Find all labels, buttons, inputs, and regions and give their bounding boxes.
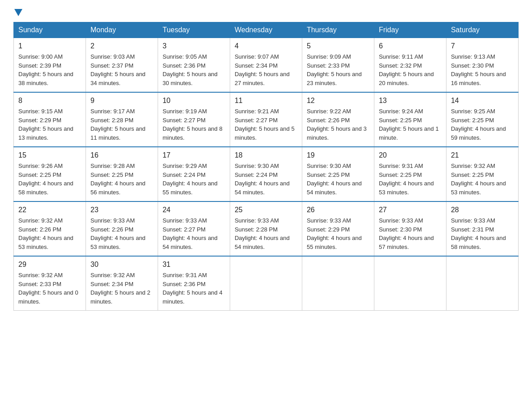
table-row: 20Sunrise: 9:31 AMSunset: 2:25 PMDayligh… bbox=[374, 147, 446, 201]
table-row: 11Sunrise: 9:21 AMSunset: 2:27 PMDayligh… bbox=[230, 92, 302, 147]
day-info: Sunrise: 9:13 AMSunset: 2:30 PMDaylight:… bbox=[451, 52, 514, 87]
table-row bbox=[302, 256, 374, 311]
table-row: 31Sunrise: 9:31 AMSunset: 2:36 PMDayligh… bbox=[158, 256, 230, 311]
day-number: 24 bbox=[163, 205, 225, 215]
day-info: Sunrise: 9:22 AMSunset: 2:26 PMDaylight:… bbox=[307, 107, 369, 142]
table-row: 26Sunrise: 9:33 AMSunset: 2:29 PMDayligh… bbox=[302, 201, 374, 256]
day-number: 4 bbox=[235, 41, 297, 51]
day-info: Sunrise: 9:32 AMSunset: 2:34 PMDaylight:… bbox=[90, 271, 153, 306]
day-number: 29 bbox=[18, 259, 81, 270]
table-row: 29Sunrise: 9:32 AMSunset: 2:33 PMDayligh… bbox=[14, 256, 86, 311]
day-number: 8 bbox=[18, 95, 81, 106]
day-info: Sunrise: 9:32 AMSunset: 2:26 PMDaylight:… bbox=[18, 216, 81, 251]
table-row: 19Sunrise: 9:30 AMSunset: 2:25 PMDayligh… bbox=[302, 147, 374, 201]
table-row: 12Sunrise: 9:22 AMSunset: 2:26 PMDayligh… bbox=[302, 92, 374, 147]
day-number: 6 bbox=[379, 41, 442, 51]
table-row: 24Sunrise: 9:33 AMSunset: 2:27 PMDayligh… bbox=[158, 201, 230, 256]
table-row: 28Sunrise: 9:33 AMSunset: 2:31 PMDayligh… bbox=[446, 201, 518, 256]
calendar-table: SundayMondayTuesdayWednesdayThursdayFrid… bbox=[13, 22, 519, 311]
table-row: 14Sunrise: 9:25 AMSunset: 2:25 PMDayligh… bbox=[446, 92, 518, 147]
day-header-saturday: Saturday bbox=[446, 22, 518, 38]
table-row: 15Sunrise: 9:26 AMSunset: 2:25 PMDayligh… bbox=[14, 147, 86, 201]
day-header-friday: Friday bbox=[374, 22, 446, 38]
calendar-week-row: 22Sunrise: 9:32 AMSunset: 2:26 PMDayligh… bbox=[14, 201, 519, 256]
day-info: Sunrise: 9:09 AMSunset: 2:33 PMDaylight:… bbox=[307, 52, 369, 87]
table-row bbox=[446, 256, 518, 311]
table-row: 5Sunrise: 9:09 AMSunset: 2:33 PMDaylight… bbox=[302, 38, 374, 93]
day-number: 22 bbox=[18, 205, 81, 215]
table-row: 17Sunrise: 9:29 AMSunset: 2:24 PMDayligh… bbox=[158, 147, 230, 201]
page-header bbox=[13, 9, 519, 17]
table-row: 8Sunrise: 9:15 AMSunset: 2:29 PMDaylight… bbox=[14, 92, 86, 147]
table-row bbox=[374, 256, 446, 311]
table-row: 6Sunrise: 9:11 AMSunset: 2:32 PMDaylight… bbox=[374, 38, 446, 93]
day-number: 19 bbox=[307, 150, 369, 161]
table-row: 25Sunrise: 9:33 AMSunset: 2:28 PMDayligh… bbox=[230, 201, 302, 256]
table-row: 10Sunrise: 9:19 AMSunset: 2:27 PMDayligh… bbox=[158, 92, 230, 147]
table-row: 9Sunrise: 9:17 AMSunset: 2:28 PMDaylight… bbox=[86, 92, 158, 147]
day-number: 2 bbox=[90, 41, 153, 51]
table-row: 13Sunrise: 9:24 AMSunset: 2:25 PMDayligh… bbox=[374, 92, 446, 147]
day-info: Sunrise: 9:28 AMSunset: 2:25 PMDaylight:… bbox=[90, 162, 153, 197]
day-info: Sunrise: 9:30 AMSunset: 2:24 PMDaylight:… bbox=[235, 162, 297, 197]
day-number: 3 bbox=[163, 41, 225, 51]
day-info: Sunrise: 9:25 AMSunset: 2:25 PMDaylight:… bbox=[451, 107, 514, 142]
day-number: 10 bbox=[163, 95, 225, 106]
table-row: 30Sunrise: 9:32 AMSunset: 2:34 PMDayligh… bbox=[86, 256, 158, 311]
day-number: 5 bbox=[307, 41, 369, 51]
day-info: Sunrise: 9:32 AMSunset: 2:33 PMDaylight:… bbox=[18, 271, 81, 306]
logo bbox=[13, 9, 22, 17]
table-row: 1Sunrise: 9:00 AMSunset: 2:39 PMDaylight… bbox=[14, 38, 86, 93]
day-number: 20 bbox=[379, 150, 442, 161]
calendar-week-row: 1Sunrise: 9:00 AMSunset: 2:39 PMDaylight… bbox=[14, 38, 519, 93]
day-number: 12 bbox=[307, 95, 369, 106]
day-info: Sunrise: 9:32 AMSunset: 2:25 PMDaylight:… bbox=[451, 162, 514, 197]
day-info: Sunrise: 9:05 AMSunset: 2:36 PMDaylight:… bbox=[163, 52, 225, 87]
day-header-monday: Monday bbox=[86, 22, 158, 38]
day-info: Sunrise: 9:07 AMSunset: 2:34 PMDaylight:… bbox=[235, 52, 297, 87]
day-number: 16 bbox=[90, 150, 153, 161]
calendar-week-row: 29Sunrise: 9:32 AMSunset: 2:33 PMDayligh… bbox=[14, 256, 519, 311]
day-info: Sunrise: 9:24 AMSunset: 2:25 PMDaylight:… bbox=[379, 107, 442, 142]
day-info: Sunrise: 9:29 AMSunset: 2:24 PMDaylight:… bbox=[163, 162, 225, 197]
table-row: 22Sunrise: 9:32 AMSunset: 2:26 PMDayligh… bbox=[14, 201, 86, 256]
day-number: 31 bbox=[163, 259, 225, 270]
table-row: 21Sunrise: 9:32 AMSunset: 2:25 PMDayligh… bbox=[446, 147, 518, 201]
day-number: 27 bbox=[379, 205, 442, 215]
day-info: Sunrise: 9:30 AMSunset: 2:25 PMDaylight:… bbox=[307, 162, 369, 197]
day-info: Sunrise: 9:17 AMSunset: 2:28 PMDaylight:… bbox=[90, 107, 153, 142]
day-info: Sunrise: 9:15 AMSunset: 2:29 PMDaylight:… bbox=[18, 107, 81, 142]
day-number: 26 bbox=[307, 205, 369, 215]
day-info: Sunrise: 9:33 AMSunset: 2:28 PMDaylight:… bbox=[235, 216, 297, 251]
day-header-thursday: Thursday bbox=[302, 22, 374, 38]
day-number: 7 bbox=[451, 41, 514, 51]
day-info: Sunrise: 9:33 AMSunset: 2:27 PMDaylight:… bbox=[163, 216, 225, 251]
day-info: Sunrise: 9:33 AMSunset: 2:29 PMDaylight:… bbox=[307, 216, 369, 251]
day-number: 9 bbox=[90, 95, 153, 106]
day-number: 13 bbox=[379, 95, 442, 106]
day-number: 18 bbox=[235, 150, 297, 161]
table-row: 16Sunrise: 9:28 AMSunset: 2:25 PMDayligh… bbox=[86, 147, 158, 201]
day-number: 21 bbox=[451, 150, 514, 161]
calendar-header-row: SundayMondayTuesdayWednesdayThursdayFrid… bbox=[14, 22, 519, 38]
table-row: 4Sunrise: 9:07 AMSunset: 2:34 PMDaylight… bbox=[230, 38, 302, 93]
calendar-week-row: 15Sunrise: 9:26 AMSunset: 2:25 PMDayligh… bbox=[14, 147, 519, 201]
day-number: 28 bbox=[451, 205, 514, 215]
day-info: Sunrise: 9:00 AMSunset: 2:39 PMDaylight:… bbox=[18, 52, 81, 87]
day-info: Sunrise: 9:19 AMSunset: 2:27 PMDaylight:… bbox=[163, 107, 225, 142]
day-info: Sunrise: 9:03 AMSunset: 2:37 PMDaylight:… bbox=[90, 52, 153, 87]
table-row bbox=[230, 256, 302, 311]
day-number: 25 bbox=[235, 205, 297, 215]
day-number: 15 bbox=[18, 150, 81, 161]
table-row: 23Sunrise: 9:33 AMSunset: 2:26 PMDayligh… bbox=[86, 201, 158, 256]
day-info: Sunrise: 9:26 AMSunset: 2:25 PMDaylight:… bbox=[18, 162, 81, 197]
day-info: Sunrise: 9:33 AMSunset: 2:30 PMDaylight:… bbox=[379, 216, 442, 251]
table-row: 3Sunrise: 9:05 AMSunset: 2:36 PMDaylight… bbox=[158, 38, 230, 93]
day-header-tuesday: Tuesday bbox=[158, 22, 230, 38]
day-info: Sunrise: 9:31 AMSunset: 2:36 PMDaylight:… bbox=[163, 271, 225, 306]
day-number: 17 bbox=[163, 150, 225, 161]
day-number: 14 bbox=[451, 95, 514, 106]
table-row: 2Sunrise: 9:03 AMSunset: 2:37 PMDaylight… bbox=[86, 38, 158, 93]
day-header-wednesday: Wednesday bbox=[230, 22, 302, 38]
day-number: 30 bbox=[90, 259, 153, 270]
